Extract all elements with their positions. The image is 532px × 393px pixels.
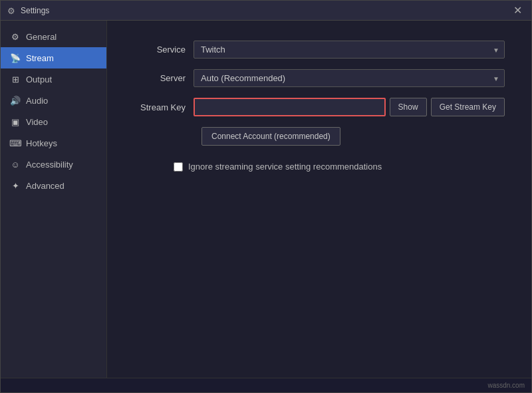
connect-account-row: Connect Account (recommended) xyxy=(134,127,505,146)
stream-key-control: Show Get Stream Key xyxy=(194,98,505,116)
sidebar-item-label: Stream xyxy=(26,53,54,63)
content-area: ⚙ General 📡 Stream ⊞ Output 🔊 Audio ▣ Vi… xyxy=(1,21,531,378)
stream-key-input-group: Show Get Stream Key xyxy=(194,98,505,116)
service-select-wrapper: Twitch ▼ xyxy=(194,41,505,59)
sidebar-item-audio[interactable]: 🔊 Audio xyxy=(1,90,106,111)
window-title: Settings xyxy=(21,6,49,15)
video-icon: ▣ xyxy=(10,116,21,127)
connect-account-button[interactable]: Connect Account (recommended) xyxy=(201,127,340,146)
ignore-checkbox-label: Ignore streaming service setting recomme… xyxy=(188,162,382,172)
sidebar-item-general[interactable]: ⚙ General xyxy=(1,26,106,47)
stream-key-input[interactable] xyxy=(194,98,386,116)
server-label: Server xyxy=(134,73,194,83)
sidebar-item-stream[interactable]: 📡 Stream xyxy=(1,47,106,68)
show-button[interactable]: Show xyxy=(390,98,427,116)
service-label: Service xyxy=(134,45,194,55)
status-bar: wassdn.com xyxy=(1,378,531,392)
output-icon: ⊞ xyxy=(10,74,21,84)
sidebar: ⚙ General 📡 Stream ⊞ Output 🔊 Audio ▣ Vi… xyxy=(1,21,107,378)
sidebar-item-label: Advanced xyxy=(26,181,65,191)
title-bar: ⚙ Settings ✕ xyxy=(1,1,531,21)
settings-icon: ⚙ xyxy=(7,6,17,15)
server-select[interactable]: Auto (Recommended) xyxy=(194,69,505,87)
settings-window: ⚙ Settings ✕ ⚙ General 📡 Stream ⊞ Output… xyxy=(0,0,532,393)
service-select[interactable]: Twitch xyxy=(194,41,505,59)
sidebar-item-advanced[interactable]: ✦ Advanced xyxy=(1,175,106,196)
stream-key-label: Stream Key xyxy=(134,102,194,112)
hotkeys-icon: ⌨ xyxy=(10,138,21,148)
get-stream-key-button[interactable]: Get Stream Key xyxy=(431,98,505,116)
main-content: Service Twitch ▼ Server Auto (R xyxy=(107,21,531,378)
title-bar-left: ⚙ Settings xyxy=(7,6,49,15)
status-text: wassdn.com xyxy=(487,382,525,389)
sidebar-item-accessibility[interactable]: ☺ Accessibility xyxy=(1,154,106,175)
sidebar-item-output[interactable]: ⊞ Output xyxy=(1,68,106,90)
server-control: Auto (Recommended) ▼ xyxy=(194,69,505,87)
advanced-icon: ✦ xyxy=(10,180,21,191)
service-row: Service Twitch ▼ xyxy=(134,41,505,59)
audio-icon: 🔊 xyxy=(10,95,21,106)
sidebar-item-label: Output xyxy=(26,74,52,84)
ignore-checkbox-row: Ignore streaming service setting recomme… xyxy=(134,162,505,172)
sidebar-item-label: Audio xyxy=(26,96,48,106)
sidebar-item-label: Hotkeys xyxy=(26,138,57,148)
server-row: Server Auto (Recommended) ▼ xyxy=(134,69,505,87)
sidebar-item-label: Video xyxy=(26,117,48,127)
sidebar-item-label: Accessibility xyxy=(26,160,73,170)
sidebar-item-label: General xyxy=(26,32,57,42)
server-select-wrapper: Auto (Recommended) ▼ xyxy=(194,69,505,87)
service-control: Twitch ▼ xyxy=(194,41,505,59)
stream-key-row: Stream Key Show Get Stream Key xyxy=(134,98,505,116)
general-icon: ⚙ xyxy=(10,31,21,42)
sidebar-item-hotkeys[interactable]: ⌨ Hotkeys xyxy=(1,132,106,154)
sidebar-item-video[interactable]: ▣ Video xyxy=(1,111,106,132)
stream-icon: 📡 xyxy=(10,53,21,63)
accessibility-icon: ☺ xyxy=(10,159,21,170)
ignore-checkbox[interactable] xyxy=(174,162,183,172)
close-button[interactable]: ✕ xyxy=(511,4,525,17)
